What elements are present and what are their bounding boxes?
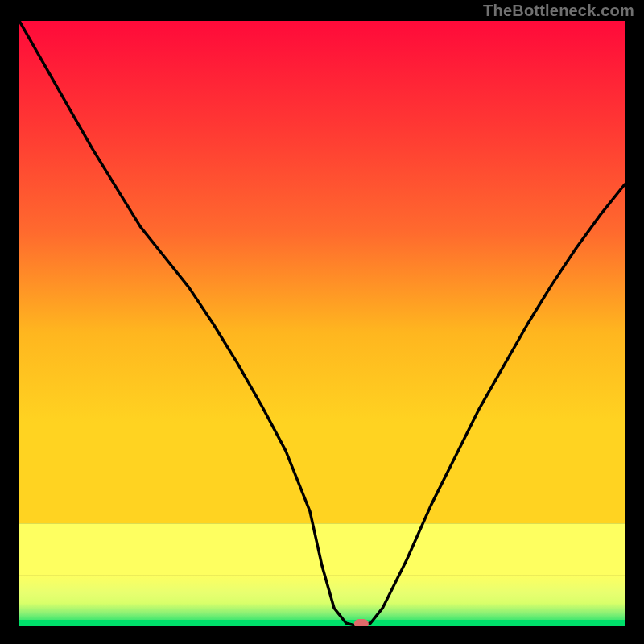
gradient-background: [19, 21, 625, 523]
chart-stage: { "watermark": "TheBottleneck.com", "cha…: [0, 0, 644, 644]
bottleneck-chart: [19, 21, 625, 626]
watermark-text: TheBottleneck.com: [483, 2, 634, 20]
green-band: [19, 575, 625, 626]
chart-svg: [19, 21, 625, 626]
optimal-point-marker: [354, 619, 369, 626]
green-baseline: [19, 620, 625, 626]
